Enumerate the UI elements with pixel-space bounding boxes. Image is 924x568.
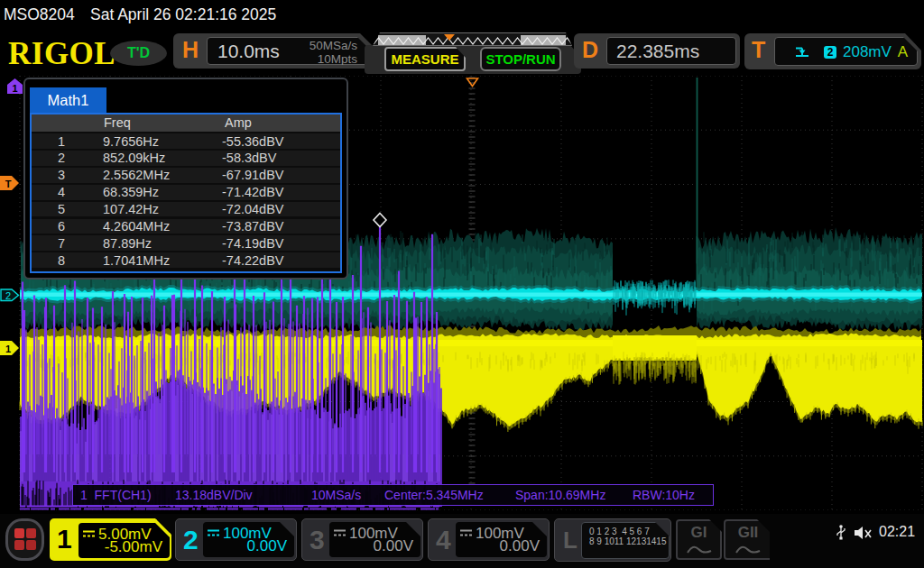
svg-text:1: 1 [12,83,17,94]
svg-text:T: T [5,179,12,189]
svg-text:2: 2 [5,290,11,301]
svg-text:1: 1 [5,344,11,354]
